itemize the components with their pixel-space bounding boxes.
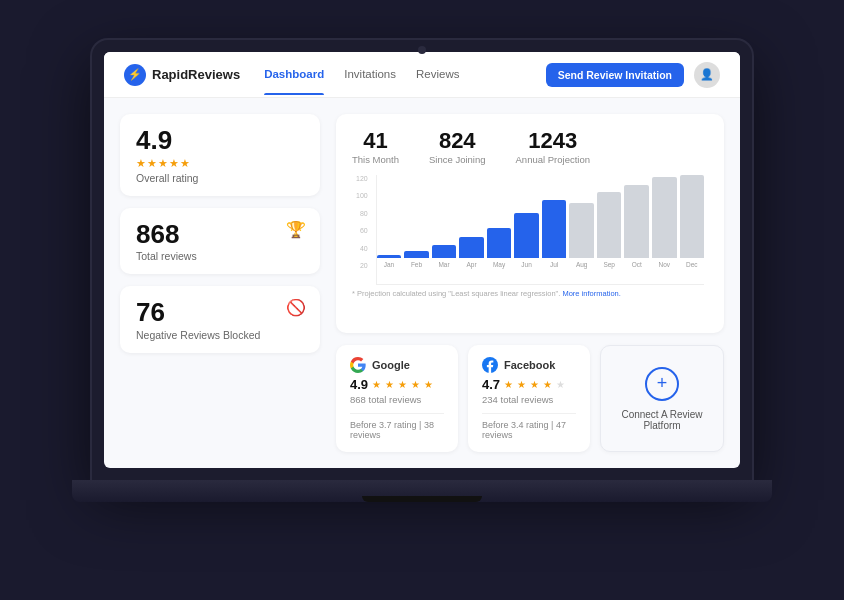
- bar-jun: [514, 213, 539, 258]
- nav-dashboard[interactable]: Dashboard: [264, 68, 324, 82]
- y-label-120: 120: [356, 175, 368, 182]
- screen: ⚡ RapidReviews Dashboard Invitations Rev…: [104, 52, 740, 468]
- bar-group-nov: Nov: [652, 175, 677, 268]
- bar-label-dec: Dec: [686, 261, 698, 268]
- bar-oct: [624, 185, 649, 258]
- bar-group-jun: Jun: [514, 175, 539, 268]
- nav-reviews[interactable]: Reviews: [416, 68, 459, 82]
- google-total-reviews: 868 total reviews: [350, 394, 444, 405]
- y-label-60: 60: [356, 227, 368, 234]
- footnote-link[interactable]: More information.: [562, 289, 620, 298]
- user-avatar[interactable]: 👤: [694, 62, 720, 88]
- bar-label-feb: Feb: [411, 261, 422, 268]
- overall-rating-number: 4.9: [136, 126, 304, 155]
- bar-label-mar: Mar: [438, 261, 449, 268]
- google-card: Google 4.9 ★ ★ ★ ★ ★ 868: [336, 345, 458, 452]
- bar-dec: [680, 175, 705, 258]
- blocked-card: 🚫 76 Negative Reviews Blocked: [120, 286, 320, 353]
- star-5: ★: [180, 157, 190, 170]
- bar-jul: [542, 200, 567, 258]
- google-before: Before 3.7 rating | 38 reviews: [350, 413, 444, 440]
- bar-label-sep: Sep: [603, 261, 615, 268]
- google-rating: 4.9: [350, 377, 368, 392]
- logo-text: RapidReviews: [152, 67, 240, 82]
- this-month-label: This Month: [352, 154, 399, 165]
- google-header: Google: [350, 357, 444, 373]
- left-panel: 4.9 ★ ★ ★ ★ ★ Overall rating 🏆: [120, 114, 320, 452]
- google-icon: [350, 357, 366, 373]
- chart-card: 41 This Month 824 Since Joining 1243 Ann…: [336, 114, 724, 333]
- bar-group-jul: Jul: [542, 175, 567, 268]
- bar-group-sep: Sep: [597, 175, 622, 268]
- nav-links: Dashboard Invitations Reviews: [264, 68, 521, 82]
- bar-sep: [597, 192, 622, 258]
- chart-footnote: * Projection calculated using "Least squ…: [352, 289, 708, 298]
- bar-may: [487, 228, 512, 258]
- facebook-icon: [482, 357, 498, 373]
- facebook-rating: 4.7: [482, 377, 500, 392]
- y-label-80: 80: [356, 210, 368, 217]
- bar-mar: [432, 245, 457, 258]
- y-label-40: 40: [356, 245, 368, 252]
- bar-group-mar: Mar: [432, 175, 457, 268]
- trophy-icon: 🏆: [286, 220, 306, 239]
- logo: ⚡ RapidReviews: [124, 64, 240, 86]
- since-joining-label: Since Joining: [429, 154, 486, 165]
- screen-bezel: ⚡ RapidReviews Dashboard Invitations Rev…: [92, 40, 752, 480]
- g-star-4: ★: [411, 379, 420, 390]
- bar-label-jul: Jul: [550, 261, 558, 268]
- blocked-number: 76: [136, 298, 304, 327]
- annual-label: Annual Projection: [516, 154, 590, 165]
- overall-rating-label: Overall rating: [136, 172, 304, 184]
- bar-group-aug: Aug: [569, 175, 594, 268]
- connect-plus-icon: +: [645, 367, 679, 401]
- bar-group-apr: Apr: [459, 175, 484, 268]
- this-month-number: 41: [363, 128, 387, 154]
- facebook-rating-row: 4.7 ★ ★ ★ ★ ★: [482, 377, 576, 392]
- reviews-card: 🏆 868 Total reviews: [120, 208, 320, 275]
- f-star-5: ★: [556, 379, 565, 390]
- star-4: ★: [169, 157, 179, 170]
- f-star-1: ★: [504, 379, 513, 390]
- bar-label-may: May: [493, 261, 505, 268]
- nav-right: Send Review Invitation 👤: [546, 62, 720, 88]
- since-joining-number: 824: [439, 128, 476, 154]
- footnote-text: * Projection calculated using "Least squ…: [352, 289, 560, 298]
- bar-jan: [377, 255, 402, 258]
- bar-aug: [569, 203, 594, 258]
- bar-label-jan: Jan: [384, 261, 394, 268]
- annual-number: 1243: [528, 128, 577, 154]
- blocked-icon: 🚫: [286, 298, 306, 317]
- bar-label-jun: Jun: [521, 261, 531, 268]
- rating-card: 4.9 ★ ★ ★ ★ ★ Overall rating: [120, 114, 320, 196]
- connect-platform-card[interactable]: + Connect A Review Platform: [600, 345, 724, 452]
- bar-label-apr: Apr: [466, 261, 476, 268]
- right-panel: 41 This Month 824 Since Joining 1243 Ann…: [336, 114, 724, 452]
- rating-stars: ★ ★ ★ ★ ★: [136, 157, 304, 170]
- laptop-base: [72, 480, 772, 502]
- navbar: ⚡ RapidReviews Dashboard Invitations Rev…: [104, 52, 740, 98]
- g-star-3: ★: [398, 379, 407, 390]
- f-star-4: ★: [543, 379, 552, 390]
- bar-group-oct: Oct: [624, 175, 649, 268]
- facebook-name: Facebook: [504, 359, 555, 371]
- bar-label-nov: Nov: [658, 261, 670, 268]
- facebook-card: Facebook 4.7 ★ ★ ★ ★ ★ 23: [468, 345, 590, 452]
- nav-invitations[interactable]: Invitations: [344, 68, 396, 82]
- total-reviews-label: Total reviews: [136, 250, 304, 262]
- laptop-container: ⚡ RapidReviews Dashboard Invitations Rev…: [82, 40, 762, 560]
- google-rating-row: 4.9 ★ ★ ★ ★ ★: [350, 377, 444, 392]
- blocked-label: Negative Reviews Blocked: [136, 329, 304, 341]
- bar-feb: [404, 251, 429, 258]
- metric-this-month: 41 This Month: [352, 128, 399, 165]
- bar-apr: [459, 237, 484, 258]
- star-3: ★: [158, 157, 168, 170]
- g-star-2: ★: [385, 379, 394, 390]
- app-container: ⚡ RapidReviews Dashboard Invitations Rev…: [104, 52, 740, 468]
- send-review-button[interactable]: Send Review Invitation: [546, 63, 684, 87]
- chart-metrics: 41 This Month 824 Since Joining 1243 Ann…: [352, 128, 708, 165]
- bar-group-dec: Dec: [680, 175, 705, 268]
- bar-label-aug: Aug: [576, 261, 588, 268]
- f-star-2: ★: [517, 379, 526, 390]
- bar-group-jan: Jan: [377, 175, 402, 268]
